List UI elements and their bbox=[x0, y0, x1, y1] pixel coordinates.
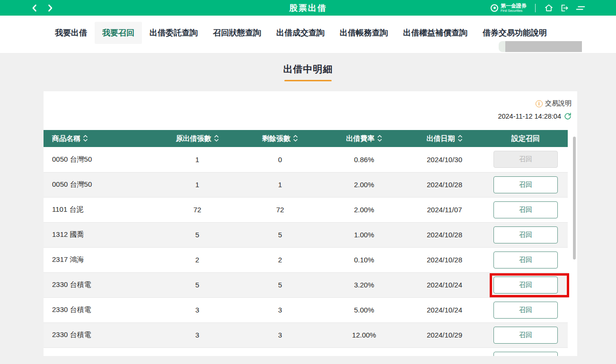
recall-button[interactable]: 召回 bbox=[493, 176, 558, 193]
cell-remaining-qty: 3 bbox=[238, 297, 323, 322]
table-row: 0050 台灣50112.00%2024/10/28召回 bbox=[44, 172, 568, 197]
sort-icon bbox=[293, 135, 298, 142]
top-bar: 股票出借 第一金證券 First Securities bbox=[0, 0, 616, 16]
tab-lend-deal-query[interactable]: 出借成交查詢 bbox=[269, 22, 332, 44]
cell-original-qty: 5 bbox=[157, 272, 238, 297]
table-row: 1312 國喬551.00%2024/10/28召回 bbox=[44, 222, 568, 247]
brand-logo-icon bbox=[491, 4, 498, 12]
cell-name: 2317 鴻海 bbox=[44, 247, 157, 272]
timestamp-row: 2024-11-12 14:28:04 bbox=[498, 113, 572, 120]
cell-original-qty bbox=[157, 347, 238, 356]
recall-button[interactable]: 召回 bbox=[493, 352, 558, 356]
lending-table: 商品名稱原出借張數剩餘張數出借費率出借日期設定召回 0050 台灣50100.8… bbox=[44, 130, 568, 356]
cell-fee-rate: 2.00% bbox=[323, 197, 405, 222]
column-header-name[interactable]: 商品名稱 bbox=[44, 130, 157, 147]
cell-name: 1312 國喬 bbox=[44, 222, 157, 247]
cell-lend-date: 2024/10/24 bbox=[405, 272, 484, 297]
table-row: 2330 台積電553.20%2024/10/24召回 bbox=[44, 272, 568, 297]
cell-remaining-qty: 2 bbox=[238, 247, 323, 272]
table-row: 2317 鴻海220.10%2024/10/28召回 bbox=[44, 247, 568, 272]
page-title: 出借中明細 bbox=[0, 63, 616, 76]
cell-lend-date bbox=[405, 347, 484, 356]
tab-recall-status-query[interactable]: 召回狀態查詢 bbox=[205, 22, 269, 44]
page-title-block: 出借中明細 bbox=[0, 63, 616, 81]
sort-icon bbox=[83, 135, 88, 142]
cell-lend-date: 2024/10/24 bbox=[405, 297, 484, 322]
column-header-original-qty[interactable]: 原出借張數 bbox=[157, 130, 238, 147]
refresh-icon[interactable] bbox=[564, 113, 572, 120]
recall-button[interactable]: 召回 bbox=[493, 327, 558, 344]
topbar-right-group: 第一金證券 First Securities bbox=[491, 0, 586, 16]
cell-remaining-qty: 72 bbox=[238, 197, 323, 222]
home-icon[interactable] bbox=[544, 3, 554, 13]
sort-icon bbox=[458, 135, 463, 142]
tab-list: 我要出借我要召回出借委託查詢召回狀態查詢出借成交查詢出借帳務查詢出借權益補償查詢… bbox=[0, 16, 616, 44]
column-label: 出借費率 bbox=[346, 134, 375, 142]
cell-fee-rate: 1.00% bbox=[323, 222, 405, 247]
tab-lend[interactable]: 我要出借 bbox=[47, 22, 95, 44]
cell-original-qty: 5 bbox=[157, 222, 238, 247]
title-underline bbox=[284, 80, 332, 81]
cell-lend-date: 2024/10/28 bbox=[405, 172, 484, 197]
sort-icon bbox=[377, 135, 382, 142]
column-label: 設定召回 bbox=[511, 134, 540, 142]
action-cell: 召回 bbox=[484, 247, 568, 272]
cell-fee-rate: 0.86% bbox=[323, 147, 405, 172]
brand-name: 第一金證券 bbox=[501, 3, 527, 9]
column-header-fee-rate[interactable]: 出借費率 bbox=[323, 130, 405, 147]
cell-remaining-qty: 1 bbox=[238, 172, 323, 197]
cell-fee-rate: 3.20% bbox=[323, 272, 405, 297]
cell-remaining-qty: 3 bbox=[238, 322, 323, 347]
tab-recall[interactable]: 我要召回 bbox=[95, 22, 142, 44]
recall-button[interactable]: 召回 bbox=[493, 251, 558, 269]
action-cell: 召回 bbox=[484, 197, 568, 222]
column-header-lend-date[interactable]: 出借日期 bbox=[405, 130, 484, 147]
cell-lend-date: 2024/10/28 bbox=[405, 247, 484, 272]
cell-remaining-qty: 0 bbox=[238, 147, 323, 172]
recall-button-disabled: 召回 bbox=[493, 151, 558, 168]
action-cell: 召回 bbox=[484, 297, 568, 322]
recall-button[interactable]: 召回 bbox=[493, 226, 558, 243]
table-row-partial: 召回 bbox=[44, 347, 568, 356]
query-timestamp: 2024-11-12 14:28:04 bbox=[498, 113, 561, 120]
recall-button[interactable]: 召回 bbox=[493, 201, 558, 218]
card-meta: i 交易說明 2024-11-12 14:28:04 bbox=[498, 99, 572, 120]
menu-icon[interactable] bbox=[575, 3, 586, 13]
table-row: 0050 台灣50100.86%2024/10/30召回 bbox=[44, 147, 568, 172]
recall-button[interactable]: 召回 bbox=[493, 302, 558, 319]
table-row: 2330 台積電335.00%2024/10/24召回 bbox=[44, 297, 568, 322]
column-header-recall-action: 設定召回 bbox=[484, 130, 568, 147]
lending-detail-card: i 交易說明 2024-11-12 14:28:04 商品名稱原出借張數剩餘張數… bbox=[44, 91, 577, 356]
action-cell: 召回 bbox=[484, 272, 568, 297]
cell-fee-rate bbox=[323, 347, 405, 356]
cell-remaining-qty: 5 bbox=[238, 222, 323, 247]
scrollbar-thumb[interactable] bbox=[573, 137, 576, 260]
cell-fee-rate: 12.00% bbox=[323, 322, 405, 347]
tab-sbl-guide[interactable]: 借券交易功能說明 bbox=[475, 22, 554, 44]
main-content: 出借中明細 i 交易說明 2024-11-12 14:28:04 商品名 bbox=[0, 53, 616, 356]
column-header-remaining-qty[interactable]: 剩餘張數 bbox=[238, 130, 323, 147]
action-cell: 召回 bbox=[484, 322, 568, 347]
recall-button[interactable]: 召回 bbox=[493, 277, 558, 294]
logout-icon[interactable] bbox=[560, 3, 569, 13]
brand-subtitle: First Securities bbox=[501, 9, 527, 13]
table-row: 1101 台泥72722.00%2024/11/07召回 bbox=[44, 197, 568, 222]
tab-lend-compensation-query[interactable]: 出借權益補償查詢 bbox=[396, 22, 475, 44]
trade-help-link[interactable]: i 交易說明 bbox=[536, 99, 572, 108]
cell-original-qty: 1 bbox=[157, 147, 238, 172]
brand-logo[interactable]: 第一金證券 First Securities bbox=[491, 3, 527, 13]
cell-original-qty: 3 bbox=[157, 322, 238, 347]
cell-fee-rate: 2.00% bbox=[323, 172, 405, 197]
cell-remaining-qty bbox=[238, 347, 323, 356]
cell-original-qty: 72 bbox=[157, 197, 238, 222]
tab-lend-account-query[interactable]: 出借帳務查詢 bbox=[332, 22, 396, 44]
cell-fee-rate: 5.00% bbox=[323, 297, 405, 322]
column-label: 原出借張數 bbox=[176, 134, 211, 142]
cell-fee-rate: 0.10% bbox=[323, 247, 405, 272]
action-cell: 召回 bbox=[484, 172, 568, 197]
cell-remaining-qty: 5 bbox=[238, 272, 323, 297]
tab-lend-order-query[interactable]: 出借委託查詢 bbox=[142, 22, 205, 44]
trade-help-label: 交易說明 bbox=[545, 99, 572, 108]
cell-original-qty: 3 bbox=[157, 297, 238, 322]
cell-lend-date: 2024/10/30 bbox=[405, 147, 484, 172]
